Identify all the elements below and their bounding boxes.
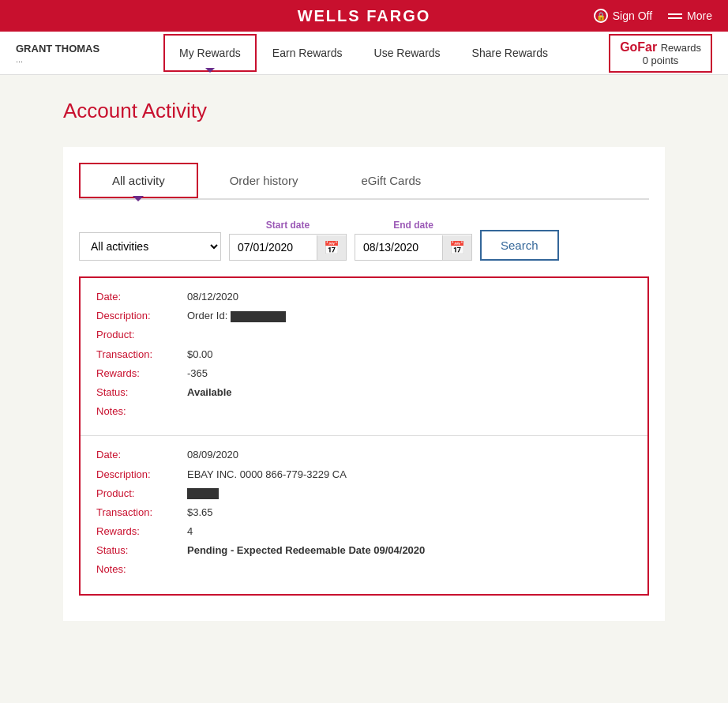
description-label: Description:	[96, 309, 187, 323]
user-account: ...	[16, 55, 118, 64]
page-title: Account Activity	[63, 99, 665, 123]
user-name: GRANT THOMAS	[16, 43, 118, 55]
end-date-label: End date	[355, 220, 472, 231]
end-date-calendar-button[interactable]: 📅	[442, 235, 471, 260]
transaction-value: $3.65	[187, 506, 213, 520]
rewards-value: 4	[187, 524, 193, 539]
end-date-group: End date 📅	[355, 220, 472, 261]
notes-label: Notes:	[96, 562, 187, 577]
lock-icon: 🔒	[594, 9, 608, 23]
start-date-group: Start date 📅	[229, 220, 347, 261]
rewards-label: Rewards:	[96, 367, 187, 381]
table-row: Date: 08/09/2020 Description: EBAY INC. …	[81, 436, 647, 593]
description-prefix: Order Id:	[187, 310, 227, 321]
nav-use-rewards[interactable]: Use Rewards	[358, 32, 456, 73]
wells-fargo-logo: WELLS FARGO	[248, 7, 480, 25]
goFar-badge[interactable]: GoFar Rewards 0 points	[609, 34, 712, 73]
table-row: Date: 08/12/2020 Description: Order Id: …	[81, 278, 647, 436]
record-rewards-row: Rewards: 4	[96, 524, 632, 539]
start-date-label: Start date	[229, 220, 347, 231]
start-date-calendar-button[interactable]: 📅	[317, 235, 346, 260]
record-transaction-row: Transaction: $0.00	[96, 348, 632, 362]
status-value: Available	[187, 385, 232, 400]
transaction-label: Transaction:	[96, 348, 187, 362]
status-label: Status:	[96, 543, 187, 558]
product-label: Product:	[96, 328, 187, 342]
description-value: Order Id:	[187, 309, 286, 323]
more-button[interactable]: More	[668, 9, 712, 22]
end-date-input[interactable]	[355, 235, 442, 260]
date-value: 08/12/2020	[187, 290, 238, 304]
record-rewards-row: Rewards: -365	[96, 367, 632, 381]
main-content: Account Activity All activity Order hist…	[0, 75, 728, 703]
nav-bar: GRANT THOMAS ... My Rewards Earn Rewards…	[0, 32, 728, 75]
product-value	[187, 487, 219, 501]
end-date-wrap: 📅	[355, 234, 472, 261]
far-text: Far	[637, 40, 657, 54]
record-status-row: Status: Available	[96, 385, 632, 400]
header: WELLS FARGO 🔒 Sign Off More	[0, 0, 728, 32]
description-label: Description:	[96, 468, 187, 482]
record-description-row: Description: Order Id:	[96, 309, 632, 323]
notes-label: Notes:	[96, 404, 187, 419]
goFar-text: GoFar Rewards	[620, 40, 701, 55]
user-info: GRANT THOMAS ...	[16, 43, 118, 64]
nav-links: My Rewards Earn Rewards Use Rewards Shar…	[118, 32, 609, 73]
goFar-points: 0 points	[620, 55, 701, 66]
rewards-value: -365	[187, 367, 208, 381]
record-notes-row: Notes:	[96, 562, 632, 577]
nav-earn-rewards[interactable]: Earn Rewards	[257, 32, 358, 73]
search-button[interactable]: Search	[480, 230, 559, 261]
transaction-value: $0.00	[187, 348, 213, 362]
date-label: Date:	[96, 448, 187, 462]
nav-my-rewards[interactable]: My Rewards	[163, 34, 257, 72]
record-product-row: Product:	[96, 328, 632, 342]
product-label: Product:	[96, 487, 187, 501]
tab-all-activity[interactable]: All activity	[79, 163, 198, 198]
rewards-label: Rewards:	[96, 524, 187, 539]
record-transaction-row: Transaction: $3.65	[96, 506, 632, 520]
activity-filter-group: All activities Orders Rewards eGift Card…	[79, 232, 221, 261]
hamburger-icon	[668, 13, 682, 19]
record-notes-row: Notes:	[96, 404, 632, 419]
sign-off-button[interactable]: 🔒 Sign Off	[594, 9, 652, 23]
date-label: Date:	[96, 290, 187, 304]
activity-container: All activity Order history eGift Cards A…	[63, 147, 665, 621]
sign-off-label: Sign Off	[613, 9, 652, 22]
activity-records: Date: 08/12/2020 Description: Order Id: …	[79, 276, 649, 596]
record-description-row: Description: EBAY INC. 0000 866-779-3229…	[96, 468, 632, 482]
more-label: More	[687, 9, 712, 22]
tabs: All activity Order history eGift Cards	[79, 163, 649, 200]
tab-order-history[interactable]: Order history	[198, 163, 330, 198]
description-value: EBAY INC. 0000 866-779-3229 CA	[187, 468, 347, 482]
activity-select[interactable]: All activities Orders Rewards eGift Card…	[79, 232, 221, 261]
start-date-input[interactable]	[230, 235, 317, 260]
start-date-wrap: 📅	[229, 234, 347, 261]
tab-egift-cards[interactable]: eGift Cards	[329, 163, 452, 198]
rewards-label-text: Rewards	[661, 42, 701, 54]
record-product-row: Product:	[96, 487, 632, 501]
record-date-row: Date: 08/09/2020	[96, 448, 632, 462]
date-value: 08/09/2020	[187, 448, 238, 462]
header-right: 🔒 Sign Off More	[480, 9, 712, 23]
status-value: Pending - Expected Redeemable Date 09/04…	[187, 543, 425, 558]
transaction-label: Transaction:	[96, 506, 187, 520]
status-label: Status:	[96, 385, 187, 400]
record-date-row: Date: 08/12/2020	[96, 290, 632, 304]
redacted-product	[187, 488, 219, 499]
record-status-row: Status: Pending - Expected Redeemable Da…	[96, 543, 632, 558]
filter-row: All activities Orders Rewards eGift Card…	[79, 220, 649, 261]
nav-share-rewards[interactable]: Share Rewards	[456, 32, 565, 73]
redacted-order-id	[231, 311, 286, 322]
go-text: Go	[620, 40, 637, 54]
